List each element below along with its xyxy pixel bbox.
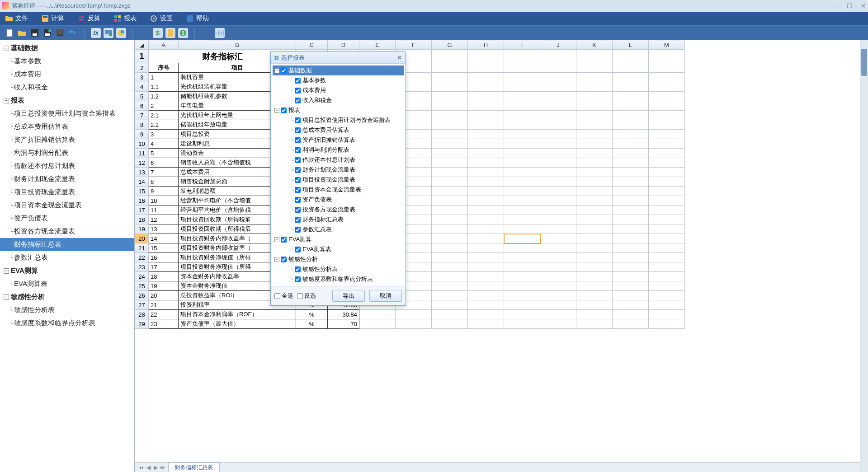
dialog-tree-item[interactable]: └总成本费用估算表 <box>273 125 404 135</box>
column-header[interactable]: G <box>432 40 468 50</box>
row-header[interactable]: 19 <box>135 224 149 234</box>
cell[interactable] <box>649 139 685 149</box>
cell[interactable] <box>468 224 504 234</box>
cell[interactable]: 2 <box>149 101 179 111</box>
collapse-icon[interactable]: − <box>4 268 9 274</box>
cell[interactable] <box>432 262 468 272</box>
cell[interactable] <box>613 187 649 196</box>
cell[interactable] <box>613 262 649 272</box>
cell[interactable] <box>576 120 613 130</box>
sidebar-item[interactable]: └敏感度系数和临界点分析表 <box>0 317 134 330</box>
cell[interactable] <box>613 63 649 73</box>
cell[interactable] <box>649 63 685 73</box>
cell[interactable] <box>468 101 504 111</box>
cell[interactable] <box>613 253 649 262</box>
cell[interactable] <box>540 177 576 187</box>
select-all-cell[interactable]: ◢ <box>135 40 149 50</box>
row-header[interactable]: 13 <box>135 168 149 177</box>
cell[interactable] <box>468 310 504 319</box>
row-header[interactable]: 9 <box>135 130 149 139</box>
column-header[interactable]: A <box>149 40 179 50</box>
dialog-tree-item[interactable]: └财务计划现金流量表 <box>273 165 404 175</box>
collapse-icon[interactable]: − <box>274 68 279 73</box>
dialog-tree-item[interactable]: └收入和税金 <box>273 95 404 105</box>
sidebar-item[interactable]: └借款还本付息计划表 <box>0 159 134 173</box>
cell[interactable] <box>540 168 576 177</box>
cell[interactable] <box>504 215 540 224</box>
cell[interactable] <box>649 158 685 168</box>
cell[interactable] <box>468 158 504 168</box>
cell[interactable] <box>432 139 468 149</box>
cell[interactable] <box>504 272 540 281</box>
cell[interactable] <box>576 206 613 215</box>
cell[interactable] <box>468 206 504 215</box>
cell[interactable] <box>613 224 649 234</box>
dialog-tree-item[interactable]: └利润与利润分配表 <box>273 145 404 155</box>
cell[interactable] <box>432 206 468 215</box>
cell[interactable]: 19 <box>149 281 179 291</box>
cell[interactable] <box>504 92 540 101</box>
cell[interactable] <box>649 120 685 130</box>
cell[interactable] <box>540 291 576 300</box>
cell[interactable] <box>432 120 468 130</box>
cell[interactable] <box>613 158 649 168</box>
cell[interactable] <box>540 82 576 92</box>
currency-button[interactable]: $ <box>178 28 188 38</box>
open-file-button[interactable] <box>17 28 27 38</box>
column-header[interactable]: J <box>540 40 576 50</box>
cell[interactable] <box>432 92 468 101</box>
save-all-button[interactable] <box>55 28 65 38</box>
cell[interactable] <box>432 130 468 139</box>
sidebar-item[interactable]: └项目投资现金流量表 <box>0 186 134 199</box>
cell[interactable] <box>649 234 685 243</box>
cell[interactable]: 1.1 <box>149 82 179 92</box>
cell[interactable] <box>504 82 540 92</box>
cell[interactable] <box>576 92 613 101</box>
row-header[interactable]: 20 <box>135 234 149 243</box>
cell[interactable] <box>432 168 468 177</box>
cell[interactable] <box>432 291 468 300</box>
cell[interactable] <box>576 319 613 329</box>
column-header[interactable]: F <box>396 40 432 50</box>
cell[interactable] <box>504 291 540 300</box>
sidebar-item[interactable]: └敏感性分析表 <box>0 304 134 317</box>
row-header[interactable]: 28 <box>135 310 149 319</box>
cell[interactable]: 2.1 <box>149 111 179 120</box>
cell[interactable] <box>540 243 576 253</box>
cell[interactable] <box>468 272 504 281</box>
close-button[interactable]: ✕ <box>861 2 866 9</box>
sidebar-item[interactable]: └收入和税金 <box>0 81 134 94</box>
column-header[interactable]: E <box>359 40 396 50</box>
menu-file[interactable]: 文件 <box>5 14 28 23</box>
cell[interactable] <box>540 92 576 101</box>
row-header[interactable]: 2 <box>135 63 149 73</box>
menu-help[interactable]: 帮助 <box>186 14 209 23</box>
cell[interactable] <box>468 149 504 158</box>
cell[interactable] <box>649 149 685 158</box>
cell[interactable] <box>576 168 613 177</box>
cell[interactable] <box>540 120 576 130</box>
collapse-icon[interactable]: − <box>274 257 279 262</box>
cell[interactable] <box>468 177 504 187</box>
cell[interactable] <box>613 319 649 329</box>
row-header[interactable]: 17 <box>135 206 149 215</box>
cell[interactable] <box>576 196 613 206</box>
new-file-button[interactable] <box>5 28 14 38</box>
collapse-icon[interactable]: − <box>274 237 279 242</box>
cell[interactable] <box>613 272 649 281</box>
cell[interactable] <box>468 50 504 63</box>
column-header[interactable]: L <box>613 40 649 50</box>
cell[interactable] <box>468 215 504 224</box>
cell[interactable]: 4 <box>149 139 179 149</box>
row-header[interactable]: 7 <box>135 111 149 120</box>
item-checkbox[interactable] <box>295 217 301 223</box>
cell[interactable] <box>613 177 649 187</box>
cell[interactable] <box>468 196 504 206</box>
row-header[interactable]: 5 <box>135 92 149 101</box>
cell[interactable] <box>649 206 685 215</box>
sidebar-group[interactable]: −EVA测算 <box>0 264 134 277</box>
column-header[interactable]: H <box>468 40 504 50</box>
cell[interactable]: 6 <box>149 158 179 168</box>
row-header[interactable]: 16 <box>135 196 149 206</box>
cell[interactable] <box>504 168 540 177</box>
